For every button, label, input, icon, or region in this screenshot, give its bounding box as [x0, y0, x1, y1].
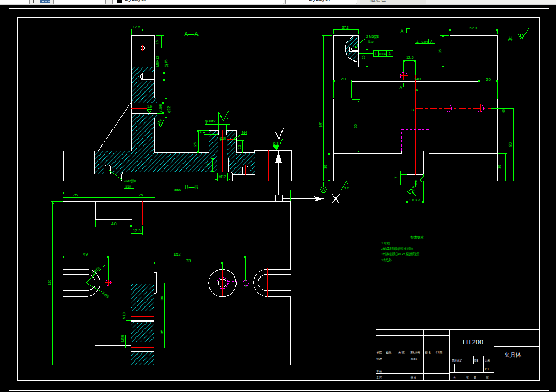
svg-text:1.6: 1.6: [147, 105, 152, 109]
svg-text:HT200: HT200: [463, 339, 483, 346]
svg-text:35: 35: [160, 330, 164, 334]
svg-text:深10: 深10: [368, 40, 374, 43]
svg-text:20: 20: [362, 55, 365, 59]
svg-text:160: 160: [48, 279, 51, 285]
svg-text:36: 36: [160, 296, 164, 301]
svg-text:850: 850: [174, 188, 182, 191]
svg-text:2-M5深8: 2-M5深8: [366, 35, 379, 39]
svg-text:4.去毛刺.: 4.去毛刺.: [381, 258, 392, 262]
svg-text:M12: M12: [219, 175, 226, 179]
svg-text:φ10: φ10: [220, 136, 226, 141]
svg-text:第: 第: [474, 376, 476, 379]
svg-text:φ30f7: φ30f7: [205, 119, 216, 124]
svg-text:49: 49: [83, 252, 88, 256]
svg-text:3.未注铸造圆角为R3, R5, 锐边倒髠处理.: 3.未注铸造圆角为R3, R5, 锐边倒髠处理.: [381, 252, 420, 256]
svg-text:阶段标记: 阶段标记: [452, 359, 462, 363]
svg-text:工 艺: 工 艺: [377, 376, 382, 379]
svg-text:160: 160: [319, 121, 323, 127]
svg-text:φ16H8: φ16H8: [159, 104, 162, 113]
svg-text:A: A: [322, 187, 325, 192]
svg-text:⊥: ⊥: [374, 52, 377, 56]
svg-text:夹具体: 夹具体: [505, 351, 522, 358]
svg-text:25: 25: [139, 193, 143, 197]
svg-text:处数: 处数: [386, 351, 392, 355]
svg-text:技术要求: 技术要求: [410, 235, 424, 240]
svg-text:1.6: 1.6: [409, 198, 414, 202]
svg-text:N4: N4: [242, 130, 247, 134]
svg-text:A: A: [416, 88, 419, 93]
svg-text:A—A: A—A: [184, 30, 199, 38]
svg-text:A: A: [412, 185, 415, 189]
svg-text:30: 30: [498, 165, 501, 169]
svg-text:审 核: 审 核: [377, 370, 382, 373]
svg-text:30: 30: [324, 165, 327, 169]
svg-text:152: 152: [174, 252, 181, 256]
svg-text:75: 75: [186, 259, 191, 263]
svg-text:1:1: 1:1: [485, 367, 489, 371]
svg-text:φ22: φ22: [167, 106, 171, 113]
svg-text:张: 张: [486, 376, 489, 380]
svg-text:分 区: 分 区: [398, 351, 405, 354]
svg-text:25: 25: [193, 142, 197, 147]
svg-text:M8X12: M8X12: [156, 56, 159, 67]
svg-text:60: 60: [502, 109, 505, 113]
svg-text:12.5: 12.5: [133, 25, 140, 29]
svg-text:3.2: 3.2: [415, 198, 420, 202]
svg-text:A: A: [400, 85, 403, 90]
svg-text:3.2: 3.2: [344, 187, 349, 190]
svg-text:12.5: 12.5: [406, 56, 414, 59]
svg-text:⊥: ⊥: [416, 40, 420, 43]
svg-text:140: 140: [414, 77, 421, 81]
svg-text:A: A: [389, 52, 391, 56]
svg-text:其: 其: [508, 36, 513, 41]
svg-text:比例: 比例: [485, 359, 490, 363]
svg-text:52.3: 52.3: [470, 26, 477, 30]
svg-text:0.04: 0.04: [379, 52, 386, 56]
svg-text:B: B: [412, 108, 414, 112]
svg-text:M10: M10: [122, 312, 126, 319]
svg-text:15: 15: [155, 40, 159, 44]
svg-text:1.时效.: 1.时效.: [381, 242, 391, 245]
svg-text:27.3: 27.3: [342, 26, 349, 29]
svg-text:3.2: 3.2: [414, 180, 417, 185]
svg-text:A: A: [401, 28, 404, 34]
svg-text:75: 75: [73, 193, 78, 197]
svg-text:15: 15: [238, 145, 241, 149]
svg-text:A: A: [430, 40, 433, 43]
svg-text:60: 60: [354, 124, 357, 128]
svg-text:质量: 质量: [474, 359, 479, 362]
svg-text:40: 40: [111, 222, 117, 226]
svg-text:20: 20: [341, 77, 346, 81]
svg-text:12.5: 12.5: [133, 229, 141, 233]
svg-text:B—B: B—B: [185, 183, 199, 191]
svg-text:更改文件号: 更改文件号: [411, 351, 420, 354]
svg-text:张: 张: [466, 376, 469, 380]
svg-text:80: 80: [508, 142, 512, 147]
svg-text:3.2: 3.2: [412, 189, 415, 194]
svg-text:35: 35: [438, 49, 442, 53]
svg-text:20: 20: [486, 78, 491, 81]
svg-text:6.3: 6.3: [273, 142, 279, 145]
svg-text:2.非加工表面涂防锈漆并保持清洁.: 2.非加工表面涂防锈漆并保持清洁.: [381, 247, 413, 251]
svg-text:15: 15: [206, 163, 210, 167]
svg-text:M10: M10: [121, 335, 125, 342]
svg-text:设计: 设计: [376, 357, 382, 360]
svg-text:0.04: 0.04: [422, 40, 429, 43]
svg-text:深15: 深15: [164, 59, 169, 67]
svg-text:共: 共: [453, 376, 456, 379]
